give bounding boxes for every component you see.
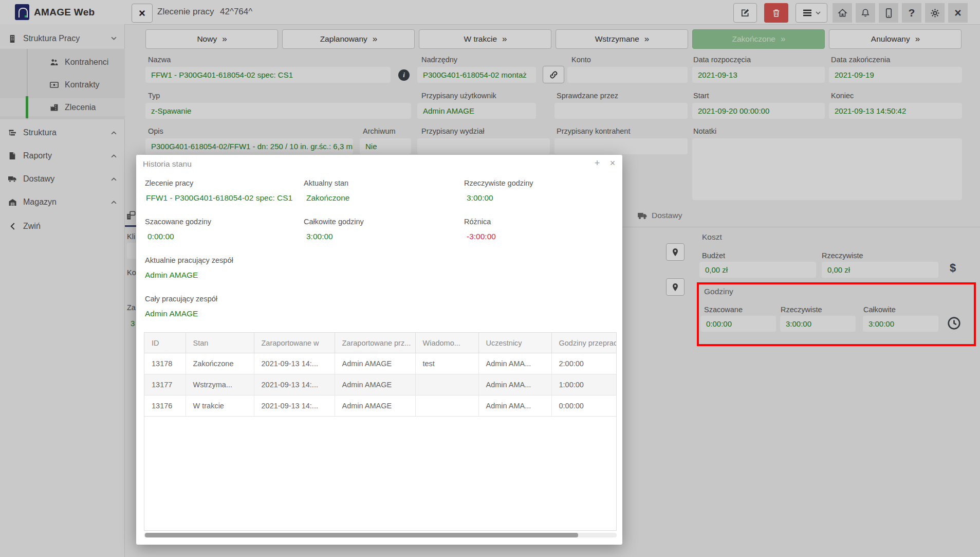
settings-button[interactable] — [925, 3, 945, 23]
table-header-row: ID Stan Zaraportowane w Zaraportowane pr… — [144, 333, 617, 353]
menu-button[interactable] — [796, 3, 827, 23]
edit-button[interactable] — [733, 3, 757, 23]
double-chevron-icon: » — [781, 34, 785, 44]
sprawdzane-przez-field[interactable] — [554, 103, 688, 119]
sidebar-item-zlecenia[interactable]: Zlecenia — [0, 98, 125, 116]
notifications-button[interactable] — [856, 3, 875, 23]
home-icon — [838, 8, 847, 17]
dollar-icon: $ — [950, 261, 956, 275]
help-icon: ? — [909, 7, 915, 19]
sidebar-item-kontrahenci[interactable]: Kontrahenci — [0, 53, 125, 71]
close-icon[interactable]: × — [607, 158, 618, 169]
modal-calkowite-godziny-value: 3:00:00 — [306, 232, 333, 241]
modal-aktualny-stan-value: Zakończone — [306, 193, 349, 203]
help-button[interactable]: ? — [902, 3, 921, 23]
column-header[interactable]: Godziny przeprac — [551, 333, 617, 353]
double-chevron-icon: » — [915, 34, 919, 44]
sidebar-item-struktura[interactable]: Struktura — [0, 123, 125, 142]
koniec-field[interactable]: 2021-09-13 14:50:42 — [829, 103, 962, 119]
column-header[interactable]: ID — [144, 333, 186, 353]
field-label: Koniec — [831, 92, 854, 100]
przypisany-uzytkownik-field[interactable]: Admin AMAGE — [417, 103, 536, 119]
archiwum-field[interactable]: Nie — [360, 138, 411, 154]
budzet-field[interactable]: 0,00 zł — [699, 262, 816, 278]
field-label: Opis — [148, 127, 163, 135]
start-field[interactable]: 2021-09-20 00:00:00 — [692, 103, 825, 119]
przypisany-kontrahent-field[interactable] — [554, 138, 688, 154]
typ-field[interactable]: z-Spawanie — [145, 103, 411, 119]
opis-field[interactable]: P300G401-618054-02/FFW1 - dn: 250 / 10 i… — [145, 138, 353, 154]
notatki-field[interactable] — [692, 138, 962, 200]
people-icon — [49, 59, 59, 66]
cell-uczestnicy: Admin AMA... — [478, 353, 551, 374]
table-row[interactable]: 13176 W trakcie 2021-09-13 14:... Admin … — [144, 396, 617, 417]
status-button-anulowany[interactable]: Anulowany» — [829, 29, 961, 49]
status-button-nowy[interactable]: Nowy» — [145, 29, 278, 49]
truck-icon — [637, 212, 648, 220]
column-header[interactable]: Zaraportowane w — [254, 333, 335, 353]
sidebar-collapse-label: Zwiń — [23, 222, 125, 231]
przypisany-wydzial-field[interactable] — [417, 138, 550, 154]
nadrzedny-field[interactable]: P300G401-618054-02 montaż — [417, 67, 536, 83]
cell-id: 13177 — [144, 374, 186, 396]
status-button-zakonczone[interactable]: Zakończone» — [692, 29, 825, 49]
column-header[interactable]: Wiadomo... — [415, 333, 478, 353]
location-pin-button[interactable] — [666, 278, 685, 296]
page-subtitle: 42^764^ — [220, 7, 252, 17]
koszt-rzeczywiste-field[interactable]: 0,00 zł — [822, 262, 938, 278]
link-icon — [549, 70, 558, 79]
cell-zaraportowane-przez: Admin AMAGE — [335, 396, 415, 417]
cell-wiadomosc — [415, 374, 478, 396]
chevron-down-icon — [816, 11, 821, 15]
sidebar-item-dostawy[interactable]: Dostawy — [0, 170, 125, 188]
delete-button[interactable] — [764, 3, 788, 23]
cell-wiadomosc: test — [415, 353, 478, 374]
tab-dostawy[interactable]: Dostawy — [637, 211, 682, 220]
status-button-wstrzymane[interactable]: Wstrzymane» — [556, 29, 688, 49]
link-button[interactable] — [543, 66, 564, 83]
double-chevron-icon: » — [373, 34, 377, 44]
nazwa-field[interactable]: FFW1 - P300G401-618054-02 spec: CS1 — [145, 67, 391, 83]
info-icon[interactable]: i — [398, 69, 410, 81]
double-chevron-icon: » — [502, 34, 506, 44]
field-label: Zlecenie pracy — [145, 179, 193, 187]
sidebar-item-kontrakty[interactable]: Kontrakty — [0, 76, 125, 94]
mobile-button[interactable] — [879, 3, 898, 23]
godziny-rzeczywiste-field[interactable]: 3:00:00 — [780, 316, 856, 332]
status-history-table: ID Stan Zaraportowane w Zaraportowane pr… — [144, 332, 617, 531]
maximize-icon[interactable]: + — [591, 158, 603, 169]
table-row[interactable]: 13178 Zakończone 2021-09-13 14:... Admin… — [144, 353, 617, 374]
chevron-left-icon — [7, 223, 17, 230]
sidebar-item-struktura-pracy[interactable]: Struktura Pracy — [0, 29, 125, 48]
sidebar-item-magazyn[interactable]: Magazyn — [0, 193, 125, 211]
location-pin-button[interactable] — [666, 243, 685, 261]
horizontal-scrollbar[interactable] — [144, 533, 617, 537]
sidebar-item-raporty[interactable]: Raporty — [0, 147, 125, 165]
modal-aktualnie-pracujacy-value: Admin AMAGE — [145, 271, 198, 280]
active-item-indicator — [26, 96, 28, 118]
table-row[interactable]: 13177 Wstrzyma... 2021-09-13 14:... Admi… — [144, 374, 617, 396]
data-zakonczenia-field[interactable]: 2021-09-19 — [829, 67, 962, 83]
godziny-szacowane-field[interactable]: 0:00:00 — [700, 316, 776, 332]
sidebar: Struktura Pracy Kontrahenci Kontrakty Zl… — [0, 24, 125, 557]
column-header[interactable]: Zaraportowane prz... — [335, 333, 415, 353]
cell-id: 13178 — [144, 353, 186, 374]
tab-partial-left[interactable] — [126, 211, 136, 220]
column-header[interactable]: Stan — [186, 333, 254, 353]
status-label: Anulowany — [871, 34, 910, 44]
close-record-button[interactable]: × — [132, 4, 153, 23]
status-button-zaplanowany[interactable]: Zaplanowany» — [282, 29, 415, 49]
scrollbar-thumb[interactable] — [145, 533, 578, 537]
amage-logo[interactable] — [15, 4, 29, 20]
godziny-calkowite-field[interactable]: 3:00:00 — [863, 316, 938, 332]
home-button[interactable] — [833, 3, 852, 23]
status-button-w-trakcie[interactable]: W trakcie» — [419, 29, 551, 49]
column-header[interactable]: Uczestnicy — [478, 333, 551, 353]
konto-field[interactable] — [567, 67, 688, 83]
cell-zaraportowane-przez: Admin AMAGE — [335, 374, 415, 396]
data-rozpoczecia-field[interactable]: 2021-09-13 — [692, 67, 825, 83]
field-label: Aktualny stan — [304, 179, 348, 187]
sidebar-collapse-button[interactable]: Zwiń — [0, 217, 125, 236]
modal-title: Historia stanu — [143, 159, 192, 169]
close-app-button[interactable]: × — [948, 3, 968, 23]
